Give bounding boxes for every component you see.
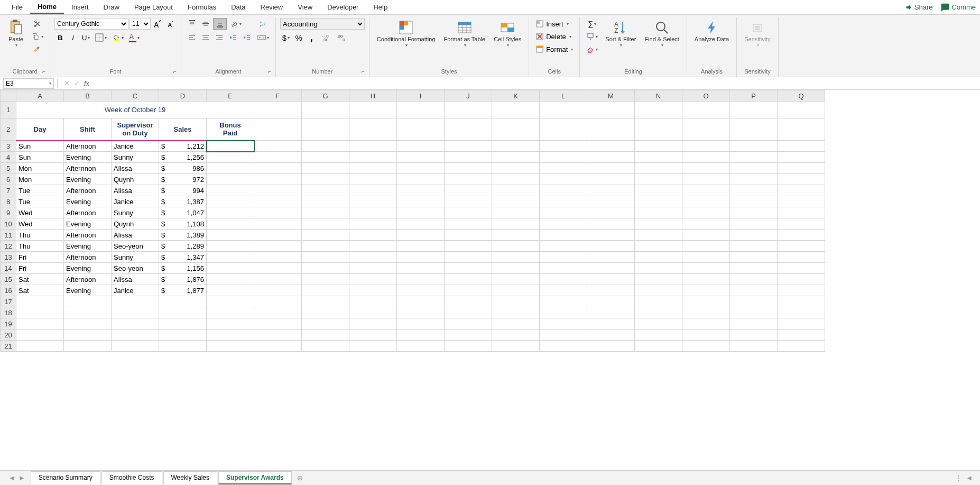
cell[interactable] <box>778 163 825 174</box>
cell[interactable] <box>349 163 397 174</box>
row-header[interactable]: 12 <box>1 241 16 252</box>
cell[interactable] <box>349 330 397 341</box>
add-sheet-button[interactable]: ⊕ <box>293 474 307 482</box>
cell[interactable]: Fri <box>16 252 64 263</box>
cell[interactable] <box>635 285 682 296</box>
cell[interactable] <box>492 285 540 296</box>
cell[interactable] <box>730 296 778 307</box>
cell[interactable] <box>254 185 302 196</box>
cell[interactable] <box>778 118 825 141</box>
cell[interactable] <box>397 263 445 274</box>
cell[interactable] <box>778 285 825 296</box>
cell[interactable] <box>445 274 492 285</box>
cell[interactable] <box>254 241 302 252</box>
align-center-button[interactable] <box>199 32 212 43</box>
cell[interactable] <box>397 141 445 152</box>
cell[interactable] <box>16 330 64 341</box>
accounting-format-button[interactable]: $▾ <box>280 32 292 43</box>
cell[interactable] <box>730 341 778 352</box>
cell[interactable] <box>778 252 825 263</box>
cell[interactable] <box>159 296 207 307</box>
cell[interactable] <box>349 218 397 230</box>
bold-button[interactable]: B <box>54 32 66 43</box>
italic-button[interactable]: I <box>67 32 79 43</box>
cell[interactable] <box>349 207 397 218</box>
cell[interactable] <box>112 341 159 352</box>
cell[interactable]: Afternnon <box>64 163 112 174</box>
orientation-button[interactable]: ab▾ <box>228 18 244 30</box>
cell[interactable] <box>349 318 397 330</box>
column-header[interactable]: I <box>397 90 445 102</box>
sheet-nav-next[interactable]: ► <box>19 474 25 482</box>
cell[interactable] <box>302 318 349 330</box>
cell[interactable] <box>682 118 730 141</box>
cell[interactable] <box>682 318 730 330</box>
cell[interactable] <box>349 118 397 141</box>
cell[interactable] <box>445 330 492 341</box>
tab-help[interactable]: Help <box>366 1 395 13</box>
cell[interactable] <box>635 141 682 152</box>
cell[interactable] <box>207 263 254 274</box>
cell[interactable] <box>587 185 635 196</box>
cell[interactable] <box>682 274 730 285</box>
cell[interactable] <box>349 102 397 118</box>
cell[interactable] <box>635 318 682 330</box>
cell[interactable] <box>682 196 730 207</box>
cell[interactable] <box>778 330 825 341</box>
tab-home[interactable]: Home <box>30 1 64 14</box>
tab-developer[interactable]: Developer <box>320 1 366 13</box>
row-header[interactable]: 10 <box>1 218 16 230</box>
cell[interactable]: Evening <box>64 196 112 207</box>
cell[interactable] <box>730 174 778 185</box>
cell[interactable]: $1,347 <box>159 252 207 263</box>
cell[interactable] <box>302 330 349 341</box>
font-size-select[interactable]: 11 <box>130 18 151 30</box>
cell[interactable]: $1,256 <box>159 152 207 163</box>
row-header[interactable]: 7 <box>1 185 16 196</box>
row-header[interactable]: 16 <box>1 285 16 296</box>
cell[interactable] <box>302 163 349 174</box>
cell[interactable] <box>445 252 492 263</box>
cell[interactable]: Alissa <box>112 230 159 241</box>
cell[interactable]: $1,389 <box>159 230 207 241</box>
cell[interactable] <box>207 330 254 341</box>
cell[interactable] <box>682 263 730 274</box>
cell[interactable] <box>207 185 254 196</box>
format-painter-button[interactable] <box>30 43 45 55</box>
cell[interactable] <box>302 274 349 285</box>
cell[interactable] <box>635 102 682 118</box>
sheet-tab[interactable]: Weekly Sales <box>163 471 217 484</box>
cell[interactable]: Afternoon <box>64 230 112 241</box>
cell[interactable] <box>587 174 635 185</box>
cell[interactable] <box>302 174 349 185</box>
cell[interactable] <box>302 241 349 252</box>
column-header[interactable]: H <box>349 90 397 102</box>
paste-button[interactable]: Paste ▾ <box>4 18 27 49</box>
cell[interactable] <box>445 152 492 163</box>
sheet-nav-prev[interactable]: ◄ <box>8 474 15 482</box>
cell[interactable] <box>207 285 254 296</box>
cell[interactable] <box>492 274 540 285</box>
copy-button[interactable]: ▾ <box>30 31 45 42</box>
cell[interactable] <box>302 218 349 230</box>
cell[interactable] <box>445 341 492 352</box>
cell[interactable]: Sat <box>16 285 64 296</box>
name-box[interactable]: E3 ▾ <box>3 78 54 89</box>
cell[interactable] <box>349 296 397 307</box>
cell[interactable] <box>682 163 730 174</box>
cell[interactable]: Sunny <box>112 152 159 163</box>
cell[interactable] <box>540 230 587 241</box>
cut-button[interactable] <box>30 18 45 30</box>
cell[interactable] <box>492 318 540 330</box>
cell[interactable]: $1,387 <box>159 196 207 207</box>
decrease-indent-button[interactable] <box>227 32 239 43</box>
cell[interactable] <box>445 307 492 318</box>
cell[interactable] <box>682 307 730 318</box>
cell[interactable] <box>445 263 492 274</box>
cell[interactable] <box>730 185 778 196</box>
cell[interactable]: $1,289 <box>159 241 207 252</box>
cell[interactable] <box>492 230 540 241</box>
cell[interactable] <box>540 274 587 285</box>
cell[interactable] <box>587 118 635 141</box>
align-right-button[interactable] <box>213 32 226 43</box>
